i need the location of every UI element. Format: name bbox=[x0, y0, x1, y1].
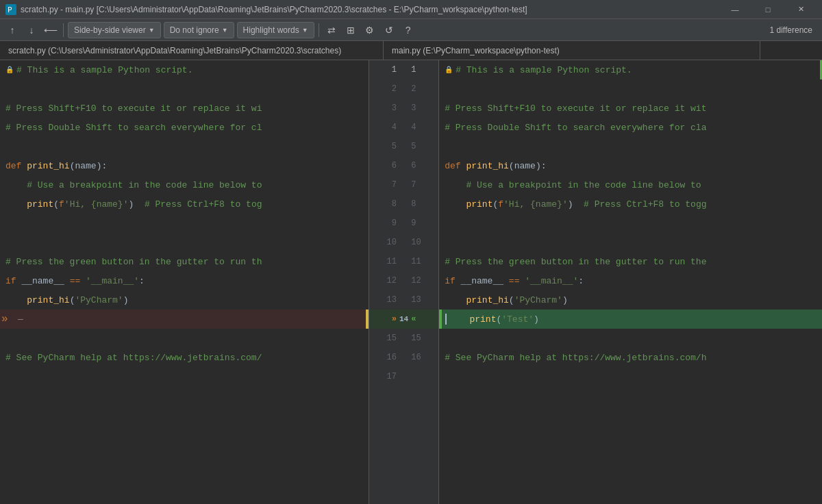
right-line-12: if __name__ == '__main__': bbox=[439, 271, 822, 290]
left-line-12: if __name__ == '__main__': bbox=[0, 271, 369, 290]
gutter-row-15: 15 15 bbox=[369, 329, 438, 348]
left-code-area: 🔒 # This is a sample Python script. # Pr… bbox=[0, 60, 369, 504]
sync-icon-button[interactable]: ⇄ bbox=[323, 22, 340, 38]
right-line-1: 🔒 # This is a sample Python script. bbox=[439, 60, 822, 79]
highlight-words-label: Highlight words bbox=[243, 25, 299, 35]
gutter-row-10: 10 10 bbox=[369, 233, 438, 252]
toolbar: ↑ ↓ ⟵ Side-by-side viewer ▼ Do not ignor… bbox=[0, 19, 822, 41]
left-line-9 bbox=[0, 214, 369, 233]
close-button[interactable]: ✕ bbox=[785, 0, 817, 19]
svg-text:P: P bbox=[8, 5, 12, 14]
maximize-button[interactable]: □ bbox=[752, 0, 784, 19]
gutter-row-12: 12 12 bbox=[369, 271, 438, 290]
gutter-row-13: 13 13 bbox=[369, 290, 438, 310]
right-panel: 🔒 # This is a sample Python script. # Pr… bbox=[439, 60, 822, 504]
title-bar: P scratch.py - main.py [C:\Users\Adminis… bbox=[0, 0, 822, 19]
right-code-area: 🔒 # This is a sample Python script. # Pr… bbox=[439, 60, 822, 504]
gutter-row-4: 4 4 bbox=[369, 118, 438, 137]
diff-area: 🔒 # This is a sample Python script. # Pr… bbox=[0, 60, 822, 504]
right-line-2 bbox=[439, 79, 822, 99]
left-line-2 bbox=[0, 79, 369, 99]
refresh-icon-button[interactable]: ↺ bbox=[381, 22, 397, 38]
gutter-row-11: 11 11 bbox=[369, 252, 438, 271]
right-line-14: print('Test') bbox=[439, 310, 822, 329]
gutter-row-6: 6 6 bbox=[369, 156, 438, 175]
settings-icon-button[interactable]: ⚙ bbox=[362, 22, 378, 38]
nav-next-button[interactable]: ↓ bbox=[23, 22, 40, 38]
help-icon-button[interactable]: ? bbox=[400, 22, 416, 38]
right-line-11: # Press the green button in the gutter t… bbox=[439, 252, 822, 271]
window-title: scratch.py - main.py [C:\Users\Administr… bbox=[21, 5, 719, 14]
side-by-side-label: Side-by-side viewer bbox=[74, 25, 146, 35]
right-line-10 bbox=[439, 233, 822, 252]
nav-left-button[interactable]: ⟵ bbox=[42, 22, 59, 38]
right-line-8: print(f'Hi, {name}') # Press Ctrl+F8 to … bbox=[439, 194, 822, 214]
right-line-5 bbox=[439, 137, 822, 156]
center-gutter: 1 1 2 2 3 3 4 4 5 5 6 6 7 7 bbox=[369, 60, 439, 504]
left-line-10 bbox=[0, 233, 369, 252]
left-file-tab[interactable]: scratch.py (C:\Users\Administrator\AppDa… bbox=[0, 41, 384, 60]
file-tabs: scratch.py (C:\Users\Administrator\AppDa… bbox=[0, 41, 822, 60]
gutter-row-9: 9 9 bbox=[369, 214, 438, 233]
gutter-row-14: » 14 « bbox=[369, 310, 438, 329]
right-line-13: print_hi('PyCharm') bbox=[439, 290, 822, 310]
do-not-ignore-dropdown-arrow: ▼ bbox=[222, 27, 228, 34]
right-file-tab[interactable]: main.py (E:\PyCharm_workspace\python-tes… bbox=[384, 41, 760, 60]
right-line-16: # See PyCharm help at https://www.jetbra… bbox=[439, 348, 822, 367]
gutter-row-8: 8 8 bbox=[369, 194, 438, 214]
side-by-side-button[interactable]: Side-by-side viewer ▼ bbox=[68, 22, 161, 38]
window-controls: — □ ✕ bbox=[719, 0, 817, 19]
left-line-6: def print_hi(name): bbox=[0, 156, 369, 175]
text-cursor bbox=[445, 314, 447, 325]
left-line-13: print_hi('PyCharm') bbox=[0, 290, 369, 310]
left-line-8: print(f'Hi, {name}') # Press Ctrl+F8 to … bbox=[0, 194, 369, 214]
left-line-14: » — bbox=[0, 310, 369, 329]
right-line-9 bbox=[439, 214, 822, 233]
gutter-row-1: 1 1 bbox=[369, 60, 438, 79]
gutter-row-5: 5 5 bbox=[369, 137, 438, 156]
left-line-1: 🔒 # This is a sample Python script. bbox=[0, 60, 369, 79]
gutter-row-2: 2 2 bbox=[369, 79, 438, 99]
separator-2 bbox=[319, 23, 319, 37]
app-icon: P bbox=[5, 4, 16, 15]
diff-marker-right-14 bbox=[439, 310, 442, 329]
minimize-button[interactable]: — bbox=[719, 0, 751, 19]
separator-1 bbox=[63, 23, 64, 37]
highlight-words-dropdown-arrow: ▼ bbox=[302, 27, 308, 34]
left-line-7: # Use a breakpoint in the code line belo… bbox=[0, 175, 369, 194]
gutter-row-17: 17 bbox=[369, 367, 438, 386]
right-line-15 bbox=[439, 329, 822, 348]
left-line-4: # Press Double Shift to search everywher… bbox=[0, 118, 369, 137]
right-line-6: def print_hi(name): bbox=[439, 156, 822, 175]
gutter-row-16: 16 16 bbox=[369, 348, 438, 367]
do-not-ignore-button[interactable]: Do not ignore ▼ bbox=[164, 22, 234, 38]
diff-count: 1 difference bbox=[770, 25, 819, 35]
highlight-words-button[interactable]: Highlight words ▼ bbox=[237, 22, 314, 38]
gutter-row-3: 3 3 bbox=[369, 99, 438, 118]
right-line-4: # Press Double Shift to search everywher… bbox=[439, 118, 822, 137]
left-line-15 bbox=[0, 329, 369, 348]
nav-prev-button[interactable]: ↑ bbox=[4, 22, 21, 38]
left-line-16: # See PyCharm help at https://www.jetbra… bbox=[0, 348, 369, 367]
right-line-3: # Press Shift+F10 to execute it or repla… bbox=[439, 99, 822, 118]
right-line-17 bbox=[439, 367, 822, 386]
right-line-7: # Use a breakpoint in the code line belo… bbox=[439, 175, 822, 194]
left-line-5 bbox=[0, 137, 369, 156]
left-line-3: # Press Shift+F10 to execute it or repla… bbox=[0, 99, 369, 118]
do-not-ignore-label: Do not ignore bbox=[170, 25, 219, 35]
left-panel: 🔒 # This is a sample Python script. # Pr… bbox=[0, 60, 369, 504]
left-line-17 bbox=[0, 367, 369, 386]
side-by-side-dropdown-arrow: ▼ bbox=[149, 27, 155, 34]
gutter-row-7: 7 7 bbox=[369, 175, 438, 194]
left-line-11: # Press the green button in the gutter t… bbox=[0, 252, 369, 271]
diff-marker-left-14 bbox=[366, 310, 369, 329]
expand-icon-button[interactable]: ⊞ bbox=[342, 22, 359, 38]
